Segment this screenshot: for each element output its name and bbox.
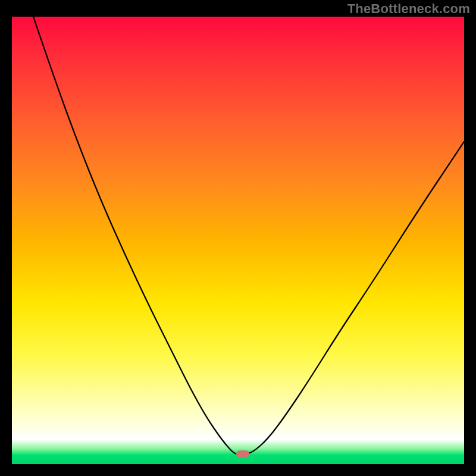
optimal-point-marker bbox=[236, 450, 249, 458]
watermark-text: TheBottleneck.com bbox=[347, 1, 470, 17]
chart-frame: TheBottleneck.com bbox=[0, 0, 476, 476]
bottleneck-curve bbox=[33, 17, 464, 455]
curve-layer bbox=[12, 17, 464, 464]
plot-area bbox=[12, 17, 464, 464]
